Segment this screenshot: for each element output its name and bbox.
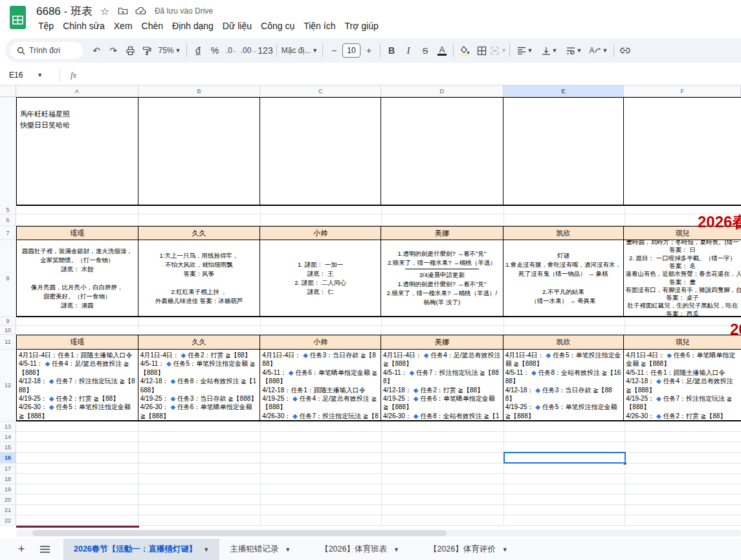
horizontal-align-button[interactable]: ▼ (513, 42, 537, 59)
cell-banner-b[interactable] (138, 97, 261, 206)
row-header-13[interactable]: 13 (0, 421, 16, 432)
saved-status[interactable]: Đã lưu vào Drive (155, 6, 213, 16)
active-cell-selection[interactable] (503, 452, 626, 464)
menu-data[interactable]: Dữ liệu (218, 19, 256, 32)
sheet-tab-4[interactable]: 【2026】体育评价 ▼ (419, 539, 518, 560)
sheet-tab-2[interactable]: 主播犯错记录 ▼ (219, 539, 301, 560)
name-box[interactable]: E16 ▼ (0, 71, 56, 80)
row-header-22[interactable]: 22 (0, 515, 16, 526)
menu-file[interactable]: Tệp (34, 19, 58, 32)
sheets-logo-icon[interactable] (9, 6, 27, 29)
merge-cells-button[interactable]: ▼ (490, 42, 507, 59)
print-button[interactable] (122, 42, 138, 59)
cell-banner-e[interactable] (503, 97, 625, 206)
undo-button[interactable]: ↶ (88, 42, 105, 59)
cell-b7[interactable]: 久久 (138, 226, 261, 240)
row-header-19[interactable]: 19 (0, 484, 16, 495)
row-header-15[interactable]: 15 (0, 442, 16, 453)
cell-e8[interactable]: 灯谜 1.會走沒有腿，會吃沒有嘴，過河沒有水， 死了沒有鬼（猜一物品） → 象棋… (503, 240, 625, 317)
cell-f11[interactable]: 琪兒 (624, 335, 741, 350)
insert-link-button[interactable] (617, 42, 634, 59)
text-wrap-button[interactable]: ▼ (562, 42, 586, 59)
cell-banner-c[interactable] (260, 97, 381, 206)
cell-e11[interactable]: 凯欣 (503, 335, 625, 350)
row-header-blank[interactable] (0, 97, 16, 206)
column-header-a[interactable]: A (16, 85, 138, 97)
horizontal-scrollbar-thumb[interactable] (32, 530, 447, 536)
fill-handle[interactable] (623, 461, 627, 465)
cell-d12[interactable]: 4月1日-4日： ◆ 任务4：足/篮总有效投注 ≧【888】 4/5-11： ◆… (381, 350, 503, 421)
menu-edit[interactable]: Chỉnh sửa (58, 19, 109, 32)
cell-banner-f[interactable] (624, 97, 741, 206)
percent-format-button[interactable]: % (206, 42, 223, 59)
fill-color-button[interactable] (456, 42, 473, 59)
row-header-16-selected[interactable]: 16 (0, 453, 16, 464)
column-header-e-selected[interactable]: E (503, 85, 625, 97)
italic-button[interactable]: I (400, 42, 417, 59)
row-header-12[interactable]: 12 (0, 350, 16, 421)
cell-a12[interactable]: 4月1日-4日：任务1：跟随主播输入口令 4/5-11： ◆ 任务4：足/篮总有… (16, 350, 138, 421)
font-select[interactable]: Mặc đị... ▼ (280, 42, 320, 59)
cell-d7[interactable]: 美娜 (381, 226, 503, 240)
row-header-17[interactable]: 17 (0, 464, 16, 474)
decrease-decimal-button[interactable]: .0← (223, 42, 240, 59)
select-all-corner[interactable] (0, 85, 16, 97)
cell-f8[interactable]: 畫時圓，寫時方；冬時短，夏時長。(猜一 答案： 日 2. 題目： 一口咬掉多半截… (624, 240, 741, 317)
row-header-7[interactable]: 7 (0, 226, 16, 240)
text-color-button[interactable]: A (434, 42, 450, 59)
sheet-tab-3[interactable]: 【2026】体育班表 ▼ (310, 539, 410, 560)
cloud-saved-icon[interactable] (135, 5, 147, 17)
row-header-9[interactable]: 9 (0, 317, 16, 326)
add-sheet-button[interactable]: + (12, 540, 31, 559)
cell-banner-a1[interactable]: 馬年旺旺福星照 快樂日日笑哈哈 (16, 97, 138, 206)
row-header-8[interactable]: 8 (0, 240, 16, 317)
menu-insert[interactable]: Chèn (137, 19, 168, 32)
redo-button[interactable]: ↷ (105, 42, 122, 59)
row-header-10[interactable]: 10 (0, 326, 16, 335)
cell-d11[interactable]: 美娜 (381, 335, 503, 350)
cell-banner-d[interactable] (381, 97, 503, 206)
column-header-d[interactable]: D (381, 85, 503, 97)
move-folder-icon[interactable] (117, 5, 129, 17)
cell-a11[interactable]: 瑶瑶 (16, 335, 138, 350)
row-header-21[interactable]: 21 (0, 505, 16, 515)
document-title[interactable]: 6686 - 班表 (36, 4, 93, 19)
menu-help[interactable]: Trợ giúp (340, 19, 382, 32)
bold-button[interactable]: B (383, 42, 400, 59)
column-header-c[interactable]: C (260, 85, 381, 97)
increase-font-size-button[interactable]: + (360, 42, 377, 59)
row-header-11[interactable]: 11 (0, 335, 16, 350)
column-header-b[interactable]: B (138, 85, 261, 97)
menu-format[interactable]: Định dạng (168, 19, 218, 32)
more-formats-button[interactable]: 123 (257, 42, 274, 59)
cell-a7[interactable]: 瑶瑶 (16, 226, 138, 240)
menu-tools[interactable]: Công cụ (256, 19, 299, 32)
cell-c8[interactable]: 1. 謎面： 一加一 謎底： 王 2. 謎面： 二人同心 謎底： 仁 (260, 240, 381, 317)
decrease-font-size-button[interactable]: − (326, 42, 342, 59)
row-header-6[interactable]: 6 (0, 214, 16, 226)
cell-b8[interactable]: 1:天上一只鸟，用线拴得牢， 不怕大风吹，就怕细雨飘 答案：风筝 2:红红果子棍… (138, 240, 261, 317)
increase-decimal-button[interactable]: .00→ (240, 42, 257, 59)
cell-c12[interactable]: 4月1日-4日： ◆ 任务3：当日存款 ≧【888】 4/5-11： ◆ 任务6… (260, 350, 381, 421)
font-size-input[interactable]: 10 (342, 43, 360, 58)
menu-extensions[interactable]: Tiện ích (299, 19, 340, 32)
cell-c11[interactable]: 小帅 (260, 335, 381, 350)
paint-format-button[interactable] (138, 42, 155, 59)
sheet-tab-active[interactable]: 2026春节【活動一：直播猜灯谜】 ▼ (63, 539, 219, 560)
search-menus-field[interactable]: Trình đơi (10, 42, 83, 59)
vertical-align-button[interactable]: ▼ (537, 42, 562, 59)
cell-e12[interactable]: 4月1日-4日： ◆ 任务5：单笔投注指定金额 ≧【888】 4/5-11： ◆… (503, 350, 625, 421)
cell-f12[interactable]: 4月1日-4日： ◆ 任务6：单笔晒单指定金额 ≧【888】 4/5-11：任务… (624, 350, 741, 421)
cell-b11[interactable]: 久久 (138, 335, 261, 350)
cell-c7[interactable]: 小帅 (260, 226, 381, 240)
cell-e7[interactable]: 凯欣 (503, 226, 625, 240)
star-icon[interactable]: ☆ (99, 5, 111, 17)
row-header-14[interactable]: 14 (0, 432, 16, 442)
cell-b12[interactable]: 4月1日-4日： ◆ 任务2：打赏 ≧【88】 4/5-11： ◆ 任务5：单笔… (138, 350, 261, 421)
row-header-5[interactable]: 5 (0, 206, 16, 214)
column-header-f[interactable]: F (624, 85, 741, 97)
cell-d8[interactable]: 1.透明的劍是什麼劍? →看不"見" 2.狼來了，猜一種水果? →楊桃（羊逃） … (381, 240, 503, 317)
all-sheets-menu-button[interactable] (35, 540, 54, 559)
cell-a8[interactable]: 圓圓肚子裡，裝滿金銀財，進火洗個澡， 全家笑開懷。（打一食物） 謎底： 水餃 像… (16, 240, 138, 317)
row-header-18[interactable]: 18 (0, 474, 16, 484)
